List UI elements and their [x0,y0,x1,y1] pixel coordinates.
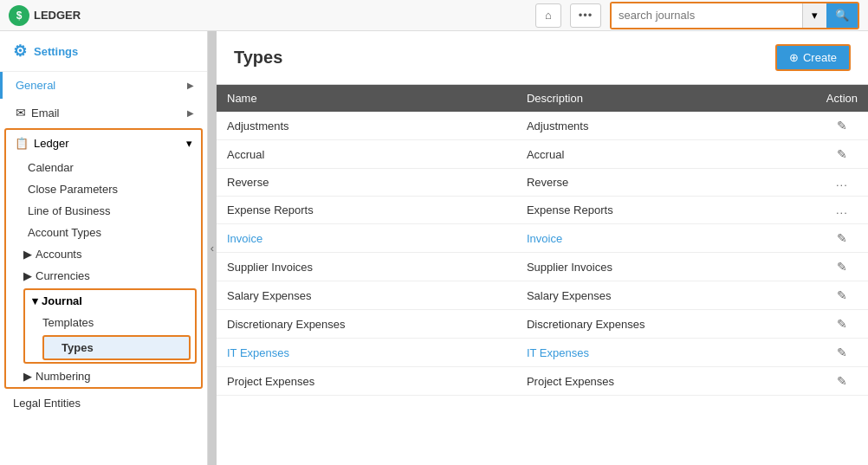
chevron-right-icon: ▶ [23,370,32,383]
sidebar-item-ledger[interactable]: 📋 Ledger ▾ Calendar Close Parameters Lin… [4,128,203,389]
chevron-down-icon: ▾ [32,294,38,307]
content-header: Types ⊕ Create [217,31,868,85]
edit-icon[interactable]: ✎ [837,260,847,274]
cell-action[interactable]: ... [816,169,868,197]
table-row: Expense ReportsExpense Reports... [217,197,868,224]
cell-description: Accrual [516,140,816,169]
home-icon: ⌂ [545,9,552,22]
search-input[interactable] [612,3,802,28]
more-options-button[interactable]: ••• [570,3,601,28]
col-name: Name [217,85,516,112]
chevron-right-icon: ▶ [23,248,32,261]
cell-action[interactable]: ✎ [816,140,868,169]
search-button[interactable]: 🔍 [826,3,858,28]
cell-action[interactable]: ✎ [816,310,868,339]
search-icon: 🔍 [835,9,849,22]
edit-icon[interactable]: ✎ [837,147,847,161]
edit-icon[interactable]: ✎ [837,231,847,245]
chevron-left-icon: ‹ [211,242,214,255]
table-row: Discretionary ExpensesDiscretionary Expe… [217,310,868,339]
col-actions: Action [816,85,868,112]
chevron-down-icon: ▾ [812,9,818,22]
settings-label: Settings [34,45,78,58]
more-actions-icon[interactable]: ... [836,176,848,189]
edit-icon[interactable]: ✎ [837,317,847,331]
sidebar-item-calendar[interactable]: Calendar [10,157,201,178]
main-layout: ⚙ Settings General ▶ ✉ Email ▶ 📋 Ledger … [0,31,868,465]
cell-action[interactable]: ✎ [816,253,868,281]
journal-label: Journal [42,294,82,307]
edit-icon[interactable]: ✎ [837,374,847,388]
page-title: Types [234,48,282,68]
cell-name: Project Expenses [217,367,516,396]
plus-icon: ⊕ [789,51,799,64]
ledger-header[interactable]: 📋 Ledger ▾ [6,130,201,157]
cell-name: Discretionary Expenses [217,310,516,339]
sidebar-item-general-label: General [16,79,55,92]
sidebar-item-general[interactable]: General ▶ [0,72,207,99]
home-button[interactable]: ⌂ [535,3,561,28]
sidebar-item-account-types[interactable]: Account Types [10,222,201,243]
email-icon: ✉ [16,106,26,119]
sidebar-item-numbering[interactable]: ▶ Numbering [10,365,201,387]
cell-description: Supplier Invoices [516,253,816,281]
app-logo: $ LEDGER [9,5,81,26]
cell-description: Salary Expenses [516,281,816,310]
sidebar-item-legal-entities[interactable]: Legal Entities [0,392,207,414]
edit-icon[interactable]: ✎ [837,119,847,132]
app-name: LEDGER [34,9,81,22]
table-row: Salary ExpensesSalary Expenses✎ [217,281,868,310]
table-header: Name Description Action [217,85,868,112]
chevron-right-icon: ▶ [187,81,194,90]
cell-name: Accrual [217,140,516,169]
cell-description: Expense Reports [516,197,816,224]
search-container: ▾ 🔍 [610,2,859,29]
cell-action[interactable]: ✎ [816,281,868,310]
accounts-label: Accounts [36,248,81,261]
create-button[interactable]: ⊕ Create [775,44,851,71]
sidebar-collapse-handle[interactable]: ‹ [208,31,217,465]
cell-description: Reverse [516,169,816,197]
cell-name[interactable]: Invoice [217,224,516,253]
dots-icon: ••• [579,9,593,22]
table-row: AccrualAccrual✎ [217,140,868,169]
cell-action[interactable]: ✎ [816,112,868,140]
cell-name: Supplier Invoices [217,253,516,281]
cell-name: Reverse [217,169,516,197]
cell-action[interactable]: ✎ [816,339,868,367]
sidebar-item-templates[interactable]: Templates [25,312,195,333]
numbering-label: Numbering [36,370,91,383]
create-label: Create [803,51,837,64]
cell-description[interactable]: Invoice [516,224,816,253]
sidebar-item-close-parameters[interactable]: Close Parameters [10,178,201,200]
currencies-label: Currencies [36,269,90,282]
search-dropdown-button[interactable]: ▾ [802,3,826,28]
sidebar-item-journal[interactable]: ▾ Journal Templates Types [23,288,197,364]
cell-description: Discretionary Expenses [516,310,816,339]
sidebar-item-currencies[interactable]: ▶ Currencies [10,265,201,287]
cell-description: Project Expenses [516,367,816,396]
sidebar-item-line-of-business[interactable]: Line of Business [10,200,201,222]
sidebar-item-email[interactable]: ✉ Email ▶ [0,99,207,126]
sidebar-item-accounts[interactable]: ▶ Accounts [10,243,201,265]
col-description: Description [516,85,816,112]
cell-name: Salary Expenses [217,281,516,310]
table-row: Supplier InvoicesSupplier Invoices✎ [217,253,868,281]
ledger-label: Ledger [34,137,68,150]
edit-icon[interactable]: ✎ [837,288,847,302]
cell-action[interactable]: ✎ [816,367,868,396]
cell-name[interactable]: IT Expenses [217,339,516,367]
cell-action[interactable]: ... [816,197,868,224]
sidebar-header: ⚙ Settings [0,31,207,72]
chevron-down-icon: ▾ [186,137,192,150]
sidebar-item-types[interactable]: Types [42,335,191,360]
journal-header[interactable]: ▾ Journal [25,290,195,312]
chevron-right-icon: ▶ [187,108,194,118]
edit-icon[interactable]: ✎ [837,346,847,359]
cell-description[interactable]: IT Expenses [516,339,816,367]
cell-action[interactable]: ✎ [816,224,868,253]
table-body: AdjustmentsAdjustments✎AccrualAccrual✎Re… [217,112,868,396]
more-actions-icon[interactable]: ... [836,203,848,216]
cell-name: Adjustments [217,112,516,140]
sidebar-item-email-label: Email [31,107,60,119]
